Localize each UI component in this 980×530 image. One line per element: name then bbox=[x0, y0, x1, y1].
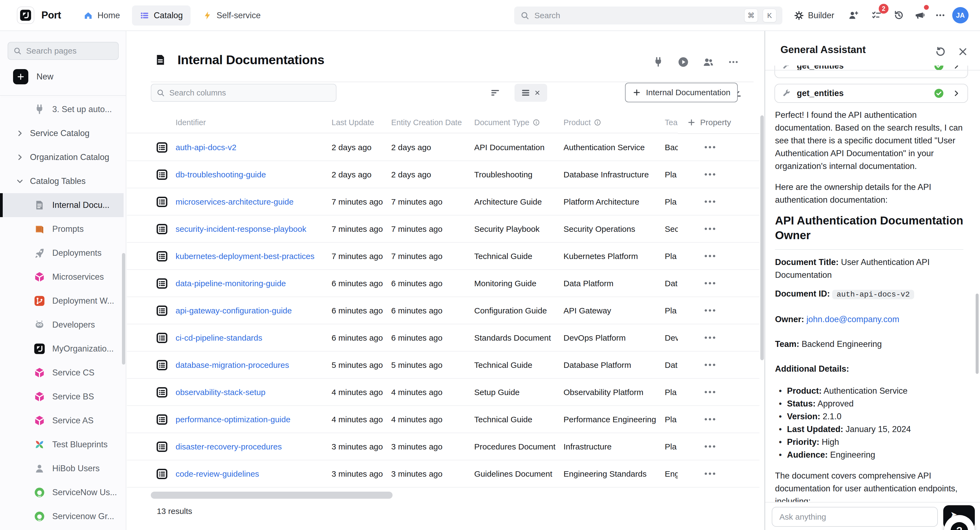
row-more-button[interactable] bbox=[703, 222, 717, 236]
table-row[interactable]: code-review-guidelines 3 minutes ago 3 m… bbox=[127, 460, 759, 487]
nav-catalog[interactable]: Catalog bbox=[132, 5, 191, 25]
col-identifier[interactable]: Identifier bbox=[176, 111, 206, 133]
row-more-button[interactable] bbox=[703, 249, 717, 263]
row-identifier-link[interactable]: observability-stack-setup bbox=[176, 379, 266, 406]
sidebar-item-servicenow-users[interactable]: ServiceNow Us... bbox=[0, 481, 124, 505]
sidebar-item-internal-docs[interactable]: Internal Docu... bbox=[0, 193, 124, 217]
table-row[interactable]: observability-stack-setup 4 minutes ago … bbox=[127, 379, 759, 406]
row-identifier-link[interactable]: data-pipeline-monitoring-guide bbox=[176, 270, 286, 297]
sidebar-scrollbar[interactable] bbox=[122, 253, 125, 365]
table-vertical-scrollbar[interactable] bbox=[760, 115, 764, 360]
invite-user-button[interactable] bbox=[845, 7, 862, 24]
sidebar-group-service-catalog[interactable]: Service Catalog bbox=[0, 121, 124, 145]
nav-self-service[interactable]: Self-service bbox=[195, 5, 269, 25]
ask-input[interactable] bbox=[772, 507, 938, 527]
brand[interactable]: Port bbox=[17, 6, 61, 24]
table-row[interactable]: data-pipeline-monitoring-guide 6 minutes… bbox=[127, 270, 759, 297]
sidebar-item-test-blueprints[interactable]: Test Blueprints bbox=[0, 433, 124, 457]
row-identifier-link[interactable]: db-troubleshooting-guide bbox=[176, 161, 266, 188]
col-creation-date[interactable]: Entity Creation Date bbox=[391, 111, 462, 133]
announcements-button[interactable] bbox=[912, 7, 928, 24]
data-sources-button[interactable] bbox=[652, 56, 664, 68]
sidebar-search[interactable] bbox=[8, 42, 119, 60]
sidebar-item-service-as[interactable]: Service AS bbox=[0, 409, 124, 433]
row-more-button[interactable] bbox=[703, 330, 717, 345]
sidebar-item-prompts[interactable]: Prompts bbox=[0, 217, 124, 241]
global-search[interactable]: ⌘ K bbox=[514, 6, 783, 24]
row-identifier-link[interactable]: kubernetes-deployment-best-practices bbox=[176, 243, 314, 270]
tool-chip-partial[interactable]: get_entities bbox=[775, 65, 968, 70]
tour-button[interactable] bbox=[677, 56, 689, 68]
row-more-button[interactable] bbox=[703, 440, 717, 454]
history-button[interactable] bbox=[891, 7, 907, 24]
permissions-button[interactable] bbox=[702, 56, 714, 68]
table-row[interactable]: disaster-recovery-procedures 3 minutes a… bbox=[127, 433, 759, 460]
col-document-type[interactable]: Document Type bbox=[474, 111, 540, 133]
row-more-button[interactable] bbox=[703, 467, 717, 481]
add-entity-button[interactable]: Internal Documentation bbox=[625, 83, 738, 102]
tasks-button[interactable]: 2 bbox=[869, 7, 885, 24]
sidebar-group-organization-catalog[interactable]: Organization Catalog bbox=[0, 145, 124, 169]
new-button[interactable]: New bbox=[13, 66, 53, 87]
table-row[interactable]: performance-optimization-guide 4 minutes… bbox=[127, 406, 759, 433]
row-identifier-link[interactable]: security-incident-response-playbook bbox=[176, 216, 306, 243]
sidebar-item-microservices[interactable]: Microservices bbox=[0, 265, 124, 289]
row-identifier-link[interactable]: code-review-guidelines bbox=[176, 460, 259, 487]
search-columns[interactable] bbox=[151, 84, 336, 102]
table-row[interactable]: security-incident-response-playbook 7 mi… bbox=[127, 216, 759, 243]
builder-button[interactable]: Builder bbox=[794, 6, 834, 25]
row-identifier-link[interactable]: ci-cd-pipeline-standards bbox=[176, 324, 262, 352]
search-columns-input[interactable] bbox=[169, 89, 331, 97]
sidebar-item-service-bs[interactable]: Service BS bbox=[0, 385, 124, 409]
assistant-reset-button[interactable] bbox=[934, 45, 947, 58]
table-row[interactable]: auth-api-docs-v2 2 days ago 2 days ago A… bbox=[127, 134, 759, 161]
table-row[interactable]: database-migration-procedures 5 minutes … bbox=[127, 352, 759, 379]
row-identifier-link[interactable]: microservices-architecture-guide bbox=[176, 188, 293, 216]
sidebar-item-service-cs[interactable]: Service CS bbox=[0, 361, 124, 385]
more-button[interactable] bbox=[932, 7, 948, 24]
row-identifier-link[interactable]: disaster-recovery-procedures bbox=[176, 433, 282, 460]
sidebar-item-hibob-users[interactable]: HiBob Users bbox=[0, 457, 124, 481]
add-property-button[interactable]: Property bbox=[678, 111, 759, 134]
sidebar-item-servicenow-groups[interactable]: Servicenow Gr... bbox=[0, 505, 124, 528]
row-more-button[interactable] bbox=[703, 412, 717, 426]
row-identifier-link[interactable]: auth-api-docs-v2 bbox=[176, 134, 236, 161]
sidebar-item-my-organization[interactable]: MyOrganizatio... bbox=[0, 337, 124, 361]
sidebar-search-input[interactable] bbox=[26, 46, 113, 56]
success-check-icon bbox=[934, 65, 944, 70]
tool-chip[interactable]: get_entities bbox=[775, 84, 968, 103]
page-more-button[interactable] bbox=[727, 56, 739, 68]
global-search-input[interactable] bbox=[535, 11, 739, 20]
col-last-update[interactable]: Last Update bbox=[332, 111, 374, 133]
filter-button[interactable] bbox=[487, 84, 504, 101]
owner-email-link[interactable]: john.doe@company.com bbox=[806, 314, 899, 324]
sidebar-item-deployment-workflows[interactable]: Deployment W... bbox=[0, 289, 124, 313]
table-row[interactable]: api-gateway-configuration-guide 6 minute… bbox=[127, 297, 759, 324]
avatar[interactable]: JA bbox=[952, 7, 969, 24]
assistant-scrollbar[interactable] bbox=[976, 294, 978, 374]
assistant-close-button[interactable] bbox=[956, 45, 969, 58]
sidebar-item-developers[interactable]: Developers bbox=[0, 313, 124, 337]
row-more-button[interactable] bbox=[703, 167, 717, 181]
sidebar-item-deployments[interactable]: Deployments bbox=[0, 241, 124, 265]
table-horizontal-scrollbar[interactable] bbox=[151, 492, 393, 499]
sidebar-group-catalog-tables[interactable]: Catalog Tables bbox=[0, 169, 124, 193]
row-more-button[interactable] bbox=[703, 195, 717, 209]
row-more-button[interactable] bbox=[703, 140, 717, 154]
table-row[interactable]: kubernetes-deployment-best-practices 7 m… bbox=[127, 243, 759, 270]
table-row[interactable]: ci-cd-pipeline-standards 6 minutes ago 6… bbox=[127, 324, 759, 352]
row-identifier-link[interactable]: database-migration-procedures bbox=[176, 352, 289, 379]
table-row[interactable]: db-troubleshooting-guide 2 days ago 2 da… bbox=[127, 161, 759, 188]
row-more-button[interactable] bbox=[703, 303, 717, 317]
col-team[interactable]: Tea bbox=[665, 111, 678, 133]
row-more-button[interactable] bbox=[703, 276, 717, 290]
group-by-toggle[interactable] bbox=[514, 84, 547, 102]
table-row[interactable]: microservices-architecture-guide 7 minut… bbox=[127, 188, 759, 216]
row-more-button[interactable] bbox=[703, 358, 717, 372]
row-identifier-link[interactable]: api-gateway-configuration-guide bbox=[176, 297, 292, 324]
col-product[interactable]: Product bbox=[563, 111, 601, 133]
sidebar-item-setup-auto[interactable]: 3. Set up auto... bbox=[0, 97, 124, 121]
row-more-button[interactable] bbox=[703, 385, 717, 399]
nav-home[interactable]: Home bbox=[76, 5, 128, 25]
row-identifier-link[interactable]: performance-optimization-guide bbox=[176, 406, 290, 433]
